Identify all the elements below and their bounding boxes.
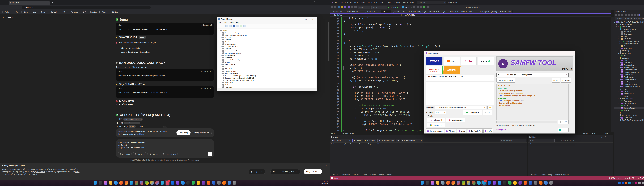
hot-reload-icon[interactable]: 🜂 xyxy=(399,6,401,8)
column-header[interactable]: Description xyxy=(339,143,349,145)
column-header[interactable]: Suppression State xyxy=(367,143,382,145)
telegram-icon[interactable] xyxy=(477,181,480,184)
collapse-all-icon[interactable] xyxy=(628,14,630,16)
solution-explorer-item[interactable]: shield.config.json xyxy=(614,112,644,114)
device-tree-item[interactable]: ▶ Ports (COM & LPT) xyxy=(218,72,316,75)
device-tree-item[interactable]: ▶ Imaging devices xyxy=(218,54,316,57)
breadcrumb-member[interactable]: SamFwTool.EDL xyxy=(404,14,415,16)
expand-chevron-icon[interactable]: ▶ xyxy=(618,79,619,80)
editor-tab[interactable]: AndroidTab.cs [Design] xyxy=(428,10,447,14)
menu-item[interactable]: Git xyxy=(349,2,353,3)
expand-chevron-icon[interactable]: ▶ xyxy=(618,86,619,87)
solution-explorer-item[interactable]: ▶ FormBuyCredits.cs xyxy=(614,66,644,69)
solution-explorer-item[interactable]: ▶ FormCSC.cs xyxy=(614,73,644,76)
chrome-profile-icon[interactable] xyxy=(462,181,465,184)
solution-explorer-item[interactable]: app.manifest xyxy=(614,52,644,54)
solution-explorer-item[interactable]: ▶ QualcommSahara.cs xyxy=(614,40,644,43)
expand-chevron-icon[interactable]: ▶ xyxy=(220,71,222,72)
exit-button[interactable]: Exit xyxy=(483,110,492,115)
remove-frp-button[interactable]: Remove FRP xyxy=(427,123,445,127)
menu-item[interactable]: Help xyxy=(236,22,240,24)
solution-explorer-item[interactable]: ▶ FormChangeSN.cs xyxy=(614,69,644,71)
vs-search-box[interactable]: Search▾ xyxy=(417,1,446,4)
continue-button[interactable]: ▶ Continue ▾ xyxy=(388,6,398,8)
expand-chevron-icon[interactable]: ▶ xyxy=(618,65,619,66)
notepadpp-icon[interactable] xyxy=(493,181,496,184)
solution-explorer-item[interactable]: ▶ SamFwTool xyxy=(614,26,644,28)
device-tree-item[interactable]: Standard Serial over Bluetooth link (COM… xyxy=(218,77,316,79)
file-explorer-icon[interactable] xyxy=(436,181,439,184)
preview-selected-icon[interactable] xyxy=(638,14,640,16)
solution-explorer-item[interactable]: ▶ References xyxy=(614,33,644,35)
copy-code-button[interactable]: ⧉ Sao chép mã xyxy=(201,87,212,89)
solution-explorer-item[interactable]: ▶ FormCheckUpdate.cs xyxy=(614,71,644,74)
copy-code-button[interactable]: ⧉ Sao chép mã xyxy=(201,70,212,72)
expand-chevron-icon[interactable]: ▶ xyxy=(220,46,222,47)
panel-title[interactable]: Error List xyxy=(330,136,527,139)
editor-tab[interactable]: SerialPort.cs xyxy=(330,10,344,14)
code-line[interactable]: 68 sp.ReadTimeout = 500; xyxy=(330,48,611,51)
menu-item[interactable]: Tools xyxy=(386,2,392,3)
expand-chevron-icon[interactable]: ▶ xyxy=(618,55,619,56)
column-header[interactable]: Lang xyxy=(606,143,613,145)
solution-explorer-item[interactable]: Solution 'SamFwTool' (1 of 2 projects) xyxy=(614,21,644,23)
menu-item[interactable]: Help xyxy=(409,2,414,3)
editor-tab[interactable]: SamsungTab.cs xyxy=(498,10,512,14)
code-line[interactable]: 59 { xyxy=(330,20,611,23)
expand-chevron-icon[interactable]: ▶ xyxy=(220,55,222,56)
cookie-options-link[interactable]: Tùy chọn cookie. xyxy=(188,159,200,161)
solution-explorer-item[interactable]: ▶ FormPopupTestmode.cs xyxy=(614,85,644,88)
error-search-box[interactable]: Search Error List xyxy=(500,139,526,142)
expand-chevron-icon[interactable]: ▶ xyxy=(618,67,619,68)
display-tray-icon[interactable] xyxy=(638,182,641,184)
panel-title[interactable]: Call Stack xyxy=(529,136,536,138)
file-explorer-icon[interactable] xyxy=(109,181,112,184)
device-tree-item[interactable]: ▶ Processors xyxy=(218,86,316,88)
code-line[interactable]: 65 ∨ try xyxy=(330,38,611,41)
application-insights-button[interactable]: ⌾Application Insights▾ xyxy=(464,6,480,8)
start-icon[interactable] xyxy=(420,181,424,184)
tab-close-icon[interactable]: ✕ xyxy=(388,11,390,13)
window-controls[interactable]: ─ ▢ ✕ xyxy=(299,18,316,20)
zoom-level[interactable]: 144 % xyxy=(331,133,336,135)
solution-explorer-item[interactable]: ▶ FormLoginDirect.cs xyxy=(614,83,644,85)
solution-explorer-item[interactable]: ▶ AndroidTab.cs xyxy=(614,47,644,50)
expand-chevron-icon[interactable]: ▶ xyxy=(618,74,619,75)
menu-item[interactable]: Extensions xyxy=(392,2,402,3)
expand-chevron-icon[interactable]: ▶ xyxy=(220,62,222,63)
expand-chevron-icon[interactable]: ▶ xyxy=(618,38,619,40)
origin-icon[interactable] xyxy=(222,181,226,184)
home-icon[interactable] xyxy=(544,181,548,184)
save-icon[interactable] xyxy=(344,6,346,8)
device-tree-item[interactable]: ▶ Computer xyxy=(218,39,316,41)
copilot-icon[interactable] xyxy=(104,181,107,184)
expand-chevron-icon[interactable]: ▶ xyxy=(618,62,619,63)
help-icon[interactable] xyxy=(232,25,235,27)
menu-item[interactable]: Window xyxy=(402,2,409,3)
error-scope-dropdown[interactable]: Entire Solution▾ xyxy=(331,139,351,142)
back-icon[interactable] xyxy=(2,6,5,9)
spaces-indicator[interactable]: SPC xyxy=(599,133,602,135)
forward-icon[interactable] xyxy=(7,6,10,9)
device-tree-item[interactable]: ▶ Printers xyxy=(218,84,316,86)
scan-hardware-icon[interactable] xyxy=(240,25,242,27)
solution-explorer-item[interactable]: ▶ Misc.cs xyxy=(614,95,644,98)
fold-chevron-icon[interactable]: ∨ xyxy=(342,114,345,116)
panel-tab[interactable]: CodeLens xyxy=(368,173,378,176)
lg-tab[interactable]: LG xyxy=(461,57,476,65)
bookmark-item[interactable]: Other xyxy=(21,11,28,13)
device-manager-button[interactable]: Device manager xyxy=(496,78,516,82)
usb-tool-icon[interactable] xyxy=(233,181,236,184)
new-file-icon[interactable] xyxy=(338,6,340,8)
new-tab-icon[interactable]: + xyxy=(52,1,53,4)
notes-icon[interactable] xyxy=(508,181,512,184)
panel-tab[interactable]: Error List xyxy=(330,173,340,176)
switch-views-icon[interactable] xyxy=(615,14,617,16)
code-line[interactable]: 63 } xyxy=(330,32,611,35)
expand-chevron-icon[interactable]: ▶ xyxy=(220,44,222,45)
solution-explorer-item[interactable]: ▶ FormAPK.cs xyxy=(614,62,644,64)
panel-tab[interactable]: Call Stack xyxy=(528,173,538,176)
widgets-icon[interactable] xyxy=(426,181,429,184)
expand-chevron-icon[interactable]: ▶ xyxy=(220,57,222,58)
footer-button[interactable]: Samsung firmware xyxy=(426,129,444,133)
